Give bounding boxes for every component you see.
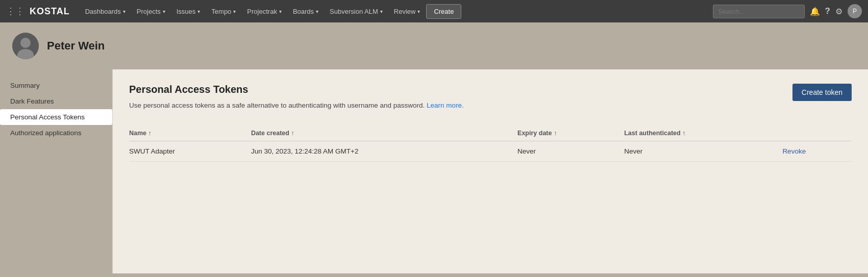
menu-item-tempo[interactable]: Tempo ▾ [206,5,241,18]
menu-item-boards[interactable]: Boards ▾ [288,5,324,18]
chevron-down-icon: ▾ [380,9,383,14]
page-title: Personal Access Tokens [129,84,464,95]
main-menu: Dashboards ▾ Projects ▾ Issues ▾ Tempo ▾… [80,4,711,19]
menu-item-projectrak[interactable]: Projectrak ▾ [242,5,287,18]
footer: Atlassian Jira Project Management Softwa… [0,273,868,277]
content-header-row: Personal Access Tokens Use personal acce… [129,84,852,121]
search-input[interactable] [713,5,805,18]
top-navigation: ⋮⋮ KOSTAL Dashboards ▾ Projects ▾ Issues… [0,0,868,22]
grid-icon[interactable]: ⋮⋮ [6,6,24,17]
logo[interactable]: KOSTAL [30,6,70,17]
sidebar-item-summary[interactable]: Summary [0,78,112,93]
topnav-right-actions: 🔔 ? ⚙ P [713,4,862,18]
profile-name: Peter Wein [47,39,105,53]
user-avatar[interactable]: P [848,4,862,18]
column-header-name[interactable]: Name ↑ [129,125,251,141]
settings-icon[interactable]: ⚙ [835,7,842,16]
main-layout: Summary Dark Features Personal Access To… [0,69,868,273]
table-row: SWUT Adapter Jun 30, 2023, 12:24:28 AM G… [129,141,852,162]
menu-item-issues[interactable]: Issues ▾ [171,5,206,18]
menu-item-projects[interactable]: Projects ▾ [132,5,170,18]
content-description: Use personal access tokens as a safe alt… [129,102,464,109]
menu-item-dashboards[interactable]: Dashboards ▾ [80,5,131,18]
column-header-last-authenticated[interactable]: Last authenticated ↑ [624,125,782,141]
token-expiry-date: Never [517,141,624,162]
token-revoke-cell: Revoke [782,141,852,162]
chevron-down-icon: ▾ [316,9,318,14]
chevron-down-icon: ▾ [197,9,200,14]
profile-header: Peter Wein [0,22,868,69]
chevron-down-icon: ▾ [123,9,126,14]
menu-item-review[interactable]: Review ▾ [389,5,426,18]
column-header-date-created[interactable]: Date created ↑ [251,125,517,141]
avatar-image [12,33,39,59]
token-last-authenticated: Never [624,141,782,162]
column-header-expiry-date[interactable]: Expiry date ↑ [517,125,624,141]
sidebar: Summary Dark Features Personal Access To… [0,69,112,273]
tokens-table: Name ↑ Date created ↑ Expiry date ↑ Last… [129,125,852,162]
svg-point-1 [20,38,31,48]
create-button[interactable]: Create [426,4,461,19]
sidebar-item-personal-access-tokens[interactable]: Personal Access Tokens [0,109,112,125]
table-header-row: Name ↑ Date created ↑ Expiry date ↑ Last… [129,125,852,141]
create-token-button[interactable]: Create token [792,84,852,101]
help-icon[interactable]: ? [825,6,830,16]
main-content: Personal Access Tokens Use personal acce… [112,69,868,273]
sidebar-item-dark-features[interactable]: Dark Features [0,93,112,109]
chevron-down-icon: ▾ [163,9,165,14]
token-date-created: Jun 30, 2023, 12:24:28 AM GMT+2 [251,141,517,162]
menu-item-subversion-alm[interactable]: Subversion ALM ▾ [325,5,388,18]
chevron-down-icon: ▾ [279,9,282,14]
learn-more-link[interactable]: Learn more. [427,102,464,109]
token-name: SWUT Adapter [129,141,251,162]
avatar [12,33,39,59]
chevron-down-icon: ▾ [417,9,420,14]
chevron-down-icon: ▾ [233,9,236,14]
notifications-icon[interactable]: 🔔 [810,7,820,16]
content-title-area: Personal Access Tokens Use personal acce… [129,84,464,121]
sidebar-item-authorized-applications[interactable]: Authorized applications [0,125,112,141]
column-header-actions [782,125,852,141]
revoke-link[interactable]: Revoke [782,147,806,155]
